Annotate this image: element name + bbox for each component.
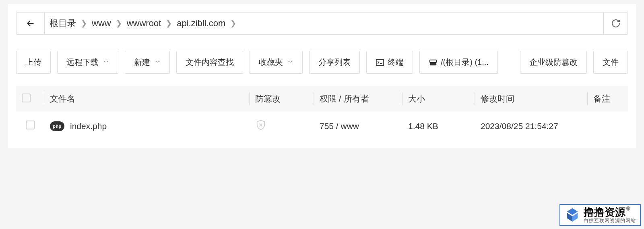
breadcrumb: 根目录 ❯ www ❯ wwwroot ❯ api.zibll.com ❯ [45,17,603,29]
chevron-right-icon: ❯ [81,19,87,28]
watermark-registered: ® [626,206,630,212]
favorites-label: 收藏夹 [259,57,283,68]
watermark: 撸撸资源 ® 白嫖互联网资源的网站 [559,204,641,226]
column-permission[interactable]: 权限 / 所有者 [314,86,402,112]
breadcrumb-bar: 根目录 ❯ www ❯ wwwroot ❯ api.zibll.com ❯ [16,12,628,35]
create-button[interactable]: 新建 ﹀ [125,51,170,74]
column-checkbox [16,86,44,112]
create-label: 新建 [134,57,150,68]
tamper-proof-label: 企业级防篡改 [529,57,578,68]
column-note[interactable]: 备注 [588,86,628,112]
file-manager-panel: 根目录 ❯ www ❯ wwwroot ❯ api.zibll.com ❯ 上传… [8,4,636,148]
chevron-down-icon: ﹀ [103,59,109,66]
file-name[interactable]: index.php [70,121,107,131]
root-path-label: /(根目录) (1... [441,57,489,68]
share-list-label: 分享列表 [318,57,351,68]
tamper-proof-button[interactable]: 企业级防篡改 [520,51,587,74]
svg-rect-0 [376,59,384,65]
chevron-right-icon: ❯ [230,19,236,28]
terminal-button[interactable]: 终端 [366,51,413,74]
column-tamper[interactable]: 防篡改 [250,86,314,112]
refresh-icon [611,19,621,28]
watermark-title: 撸撸资源 [584,206,625,218]
file-permission[interactable]: 755 / www [314,112,402,140]
chevron-down-icon: ﹀ [155,59,161,66]
row-checkbox[interactable] [26,121,35,129]
file-mtime: 2023/08/25 21:54:27 [475,112,588,140]
arrow-left-icon [25,18,36,29]
breadcrumb-item-wwwroot[interactable]: wwwroot [127,18,161,29]
breadcrumb-item-root[interactable]: 根目录 [50,17,76,29]
svg-rect-2 [430,60,437,62]
watermark-text: 撸撸资源 ® 白嫖互联网资源的网站 [584,206,636,223]
column-mtime[interactable]: 修改时间 [475,86,588,112]
terminal-label: 终端 [388,57,404,68]
svg-rect-1 [430,63,437,65]
select-all-checkbox[interactable] [22,94,31,102]
chevron-down-icon: ﹀ [288,59,293,66]
php-file-icon: php [50,121,64,131]
refresh-button[interactable] [603,12,627,34]
breadcrumb-item-domain[interactable]: api.zibll.com [177,18,225,29]
search-label: 文件内容查找 [186,57,234,68]
file-table: 文件名 防篡改 权限 / 所有者 大小 修改时间 备注 php index.ph… [16,86,628,140]
column-filename[interactable]: 文件名 [44,86,250,112]
terminal-icon [376,58,384,67]
back-button[interactable] [17,12,45,34]
file-size: 1.48 KB [402,112,475,140]
search-button[interactable]: 文件内容查找 [176,51,243,74]
table-row[interactable]: php index.php 755 / www 1.48 KB 2023/08/… [16,112,628,140]
watermark-subtitle: 白嫖互联网资源的网站 [584,218,636,223]
chevron-right-icon: ❯ [116,19,122,28]
upload-label: 上传 [25,57,41,68]
column-size[interactable]: 大小 [402,86,475,112]
remote-download-label: 远程下载 [66,57,99,68]
file-note [588,112,628,140]
watermark-logo-icon [564,207,580,223]
table-header-row: 文件名 防篡改 权限 / 所有者 大小 修改时间 备注 [16,86,628,112]
toolbar: 上传 远程下载 ﹀ 新建 ﹀ 文件内容查找 收藏夹 ﹀ 分享列表 终端 [16,51,628,74]
upload-button[interactable]: 上传 [16,51,51,74]
chevron-right-icon: ❯ [166,19,172,28]
disk-icon [429,58,438,67]
breadcrumb-item-www[interactable]: www [92,18,111,29]
shield-icon[interactable] [255,119,266,131]
remote-download-button[interactable]: 远程下载 ﹀ [57,51,118,74]
root-path-button[interactable]: /(根目录) (1... [419,51,498,74]
favorites-button[interactable]: 收藏夹 ﹀ [250,51,303,74]
share-list-button[interactable]: 分享列表 [309,51,360,74]
file-menu-label: 文件 [603,57,619,68]
file-name-cell: php index.php [50,121,244,131]
file-menu-button[interactable]: 文件 [593,51,628,74]
